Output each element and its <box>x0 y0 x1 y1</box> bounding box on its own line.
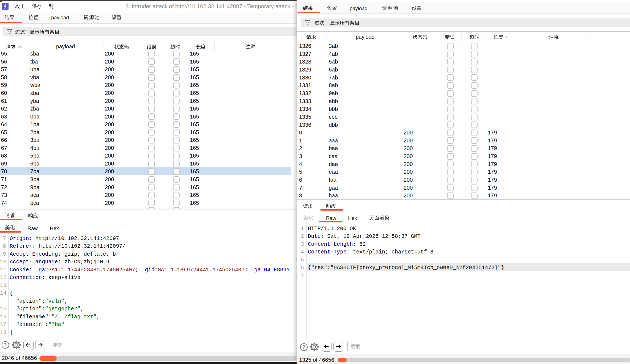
svg-text:?: ? <box>4 343 7 347</box>
svg-text:?: ? <box>303 345 305 349</box>
